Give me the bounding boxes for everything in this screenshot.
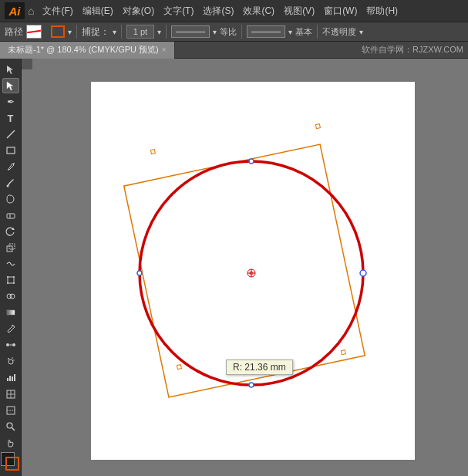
line-style-preview[interactable] — [171, 25, 210, 38]
tool-pencil[interactable] — [2, 159, 19, 174]
tab-close-button[interactable]: × — [162, 46, 167, 54]
svg-point-10 — [13, 276, 15, 278]
tool-mesh[interactable] — [2, 387, 19, 402]
opacity-arrow[interactable]: ▾ — [359, 28, 363, 36]
tool-gradient[interactable] — [2, 305, 19, 320]
menu-select[interactable]: 选择(S) — [199, 3, 237, 19]
svg-point-49 — [360, 270, 366, 276]
left-toolbar: ✒ T — [0, 59, 22, 476]
toolbar: 路径 ▾ 捕捉： ▾ ▾ ▾ 等比 ▾ 基本 不透明度 ▾ — [0, 22, 468, 42]
menu-bar: 文件(F) 编辑(E) 对象(O) 文字(T) 选择(S) 效果(C) 视图(V… — [39, 3, 402, 19]
canvas-area: // Ruler ticks rendered via SVG in templ… — [22, 59, 468, 476]
svg-point-17 — [12, 343, 15, 346]
tool-selection[interactable] — [2, 62, 19, 77]
tool-paintbrush[interactable] — [2, 175, 19, 191]
tool-blend[interactable] — [2, 337, 19, 353]
svg-point-20 — [12, 358, 13, 360]
home-icon[interactable]: ⌂ — [28, 5, 34, 17]
tool-zoom[interactable] — [2, 419, 19, 434]
tool-warp[interactable] — [2, 256, 19, 272]
svg-rect-1 — [7, 147, 15, 154]
svg-point-37 — [249, 159, 254, 164]
tool-direct-select[interactable] — [2, 78, 19, 93]
svg-point-31 — [7, 423, 12, 428]
tool-rotate[interactable] — [2, 224, 19, 239]
svg-rect-8 — [8, 277, 14, 283]
basic-label: 基本 — [295, 26, 312, 38]
svg-rect-25 — [14, 374, 15, 381]
tool-shape-builder[interactable] — [2, 289, 19, 304]
canvas-svg — [22, 59, 468, 476]
color-tool-area[interactable] — [1, 452, 21, 473]
tab-title: 未标题-1* @ 180.4% (CMYK/GPU 预览) — [8, 44, 159, 56]
svg-point-18 — [8, 360, 13, 364]
svg-point-2 — [6, 185, 8, 187]
svg-rect-22 — [7, 378, 8, 381]
line-style-arrow[interactable]: ▾ — [213, 28, 217, 36]
equal-label: 等比 — [220, 26, 237, 38]
document-tab[interactable]: 未标题-1* @ 180.4% (CMYK/GPU 预览) × — [0, 42, 175, 59]
tool-text[interactable]: T — [2, 110, 19, 126]
capture-dropdown-arrow[interactable]: ▾ — [113, 28, 116, 36]
separator5 — [317, 25, 318, 39]
tool-pen[interactable]: ✒ — [2, 94, 19, 110]
svg-point-9 — [7, 276, 8, 278]
tool-column-graph[interactable] — [2, 370, 19, 385]
svg-rect-3 — [7, 214, 15, 218]
tool-scale[interactable] — [2, 240, 19, 255]
tool-slice[interactable] — [2, 403, 19, 418]
tool-blob-brush[interactable] — [2, 191, 19, 207]
menu-effect[interactable]: 效果(C) — [239, 3, 278, 19]
svg-point-19 — [8, 358, 9, 360]
menu-file[interactable]: 文件(F) — [39, 3, 76, 19]
fill-box[interactable] — [51, 25, 65, 38]
stroke-color-box[interactable] — [5, 457, 19, 471]
svg-rect-46 — [315, 124, 320, 129]
svg-point-16 — [6, 343, 9, 346]
stroke-color-swatch[interactable] — [26, 23, 48, 40]
tool-eraser[interactable] — [2, 208, 19, 223]
svg-rect-45 — [150, 150, 155, 154]
svg-point-14 — [10, 294, 15, 299]
svg-point-40 — [137, 271, 142, 275]
menu-text[interactable]: 文字(T) — [160, 3, 197, 19]
menu-edit[interactable]: 编辑(E) — [79, 3, 117, 19]
separator4 — [241, 25, 242, 39]
svg-line-32 — [12, 427, 15, 430]
menu-object[interactable]: 对象(O) — [119, 3, 158, 19]
menu-help[interactable]: 帮助(H) — [362, 3, 402, 19]
svg-line-0 — [7, 130, 15, 138]
menu-view[interactable]: 视图(V) — [280, 3, 318, 19]
stroke-width-input[interactable] — [126, 25, 154, 39]
tool-symbol-spray[interactable] — [2, 353, 19, 369]
menu-window[interactable]: 窗口(W) — [320, 3, 361, 19]
line-end-arrow[interactable]: ▾ — [288, 28, 292, 36]
tool-free-transform[interactable] — [2, 272, 19, 288]
separator2 — [121, 25, 122, 39]
svg-point-11 — [7, 282, 8, 284]
svg-rect-15 — [7, 310, 15, 315]
separator1 — [76, 25, 77, 39]
website-label: 软件自学网：RJZXW.COM — [362, 44, 468, 56]
opacity-label: 不透明度 — [322, 26, 356, 38]
line-end-preview[interactable] — [247, 25, 285, 38]
tool-hand[interactable] — [2, 435, 19, 451]
separator3 — [166, 25, 167, 39]
capture-label: 捕捉： — [82, 25, 109, 39]
svg-rect-48 — [341, 350, 345, 355]
svg-rect-24 — [12, 376, 13, 381]
tool-line[interactable] — [2, 127, 19, 142]
svg-point-21 — [13, 360, 14, 361]
tool-rect[interactable] — [2, 143, 19, 158]
main-area: ✒ T — [0, 59, 468, 476]
tab-bar: 未标题-1* @ 180.4% (CMYK/GPU 预览) × 软件自学网：RJ… — [0, 42, 468, 59]
ruler-corner — [22, 59, 32, 69]
svg-rect-47 — [177, 365, 181, 370]
fill-dropdown-arrow[interactable]: ▾ — [68, 28, 72, 36]
stroke-width-arrow[interactable]: ▾ — [157, 28, 161, 36]
svg-point-39 — [249, 383, 254, 387]
tool-eyedropper[interactable] — [2, 321, 19, 336]
app-logo: Ai — [5, 2, 25, 19]
path-label: 路径 — [5, 25, 23, 39]
radius-tooltip: R: 21.36 mm — [226, 360, 293, 375]
